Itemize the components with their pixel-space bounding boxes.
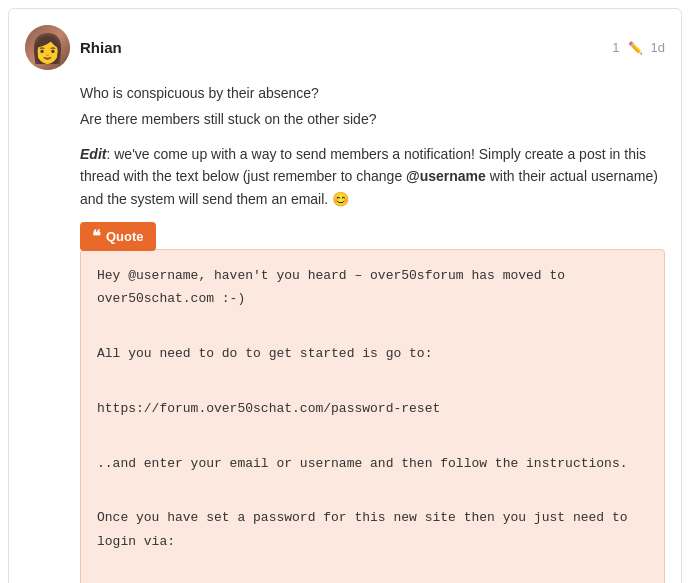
quote-button-wrapper[interactable]: ❝ Quote [80, 222, 156, 251]
edit-icon: ✏️ [628, 41, 643, 55]
bq-line-10 [97, 557, 648, 580]
bq-line-1: Hey @username, haven't you heard – over5… [97, 264, 648, 311]
username: Rhian [80, 39, 122, 56]
post-header: Rhian 1 ✏️ 1d [25, 25, 665, 70]
bq-line-6 [97, 424, 648, 447]
post-card: Rhian 1 ✏️ 1d Who is conspicuous by thei… [8, 8, 682, 583]
bq-line-2 [97, 315, 648, 338]
avatar [25, 25, 70, 70]
edit-label: Edit [80, 146, 106, 162]
bq-line-4 [97, 370, 648, 393]
intro-line1: Who is conspicuous by their absence? [80, 82, 665, 104]
post-meta: 1 ✏️ 1d [612, 40, 665, 55]
bold-username: @username [406, 168, 486, 184]
bq-line-3: All you need to do to get started is go … [97, 342, 648, 365]
post-intro-text: Who is conspicuous by their absence? Are… [80, 82, 665, 131]
bq-line-7: ..and enter your email or username and t… [97, 452, 648, 475]
bq-line-5: https://forum.over50schat.com/password-r… [97, 397, 648, 420]
quote-button[interactable]: ❝ Quote [80, 222, 156, 251]
blockquote-box: Hey @username, haven't you heard – over5… [80, 249, 665, 583]
bq-line-9: Once you have set a password for this ne… [97, 506, 648, 553]
post-body: Who is conspicuous by their absence? Are… [80, 82, 665, 583]
time-ago: 1d [651, 40, 665, 55]
post-edit-text: Edit: we've come up with a way to send m… [80, 143, 665, 210]
intro-line2: Are there members still stuck on the oth… [80, 108, 665, 130]
edit-count: 1 [612, 40, 619, 55]
bq-line-8 [97, 479, 648, 502]
quote-mark-icon: ❝ [92, 227, 101, 246]
post-header-left: Rhian [25, 25, 122, 70]
quote-button-label: Quote [106, 229, 144, 244]
